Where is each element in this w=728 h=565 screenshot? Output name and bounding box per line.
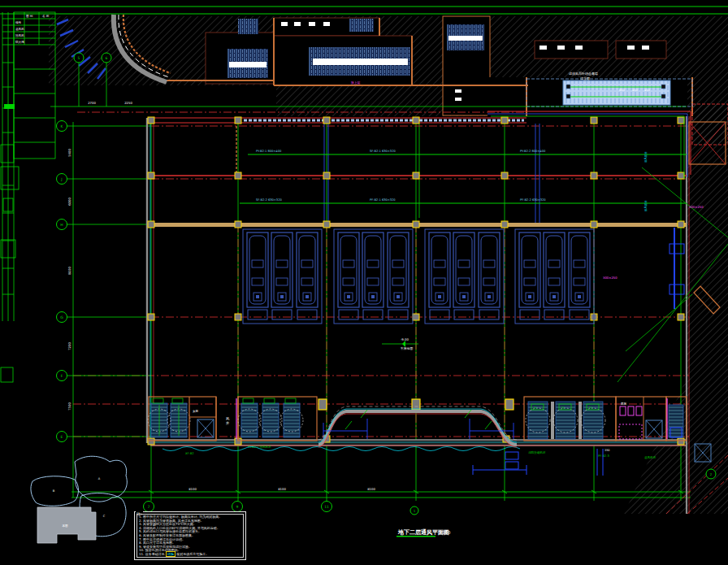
svg-text:7500: 7500 [67, 402, 72, 411]
duct-label: PY-B2-2 800×400 [520, 150, 546, 153]
louver-note: 详立面 [580, 76, 590, 80]
svg-text:2: 2 [710, 472, 713, 476]
duct-runs: PY-B2-1 800×400 SF-B2-1 630×320 PY-B2-2 … [240, 150, 687, 203]
svg-text:6: 6 [106, 56, 108, 60]
svg-text:女厕: 女厕 [193, 410, 199, 413]
svg-text:11: 11 [324, 505, 329, 509]
svg-text:XF-B2: XF-B2 [185, 452, 193, 455]
duct-label: PY-B2-1 800×400 [256, 150, 282, 153]
legend-table: 图 例 名 称 编号 送风机 排风机 防火阀 [1, 12, 55, 382]
svg-text:350: 350 [604, 449, 609, 452]
svg-text:PF-B2-3: PF-B2-3 [598, 454, 609, 458]
svg-text:650: 650 [619, 89, 626, 92]
legend-row-2: 排风机 [15, 33, 24, 37]
duct-label: SF-B2-1 630×320 [370, 150, 396, 153]
duct-label: SF-B2-2 630×320 [256, 198, 282, 202]
svg-text:2250: 2250 [124, 101, 132, 105]
svg-text:C: C [103, 515, 106, 518]
svg-text:5: 5 [78, 56, 80, 60]
svg-text:H: H [60, 223, 63, 227]
svg-text:9: 9 [236, 505, 239, 509]
svg-text:F: F [61, 374, 63, 378]
svg-text:男厕: 男厕 [621, 402, 627, 406]
svg-text:P2: P2 [561, 406, 565, 410]
svg-text:8100: 8100 [67, 267, 72, 275]
duct-label: PF-B2-1 630×320 [370, 198, 396, 202]
svg-text:6000: 6000 [67, 198, 72, 206]
svg-text:B: B [53, 489, 55, 493]
svg-text:300×250: 300×250 [689, 205, 704, 209]
svg-text:E: E [61, 435, 63, 439]
legend-col: 编号 [15, 21, 22, 24]
parking-lift-groups [243, 229, 594, 324]
drawing-title: 1 地下二层通风平面图 1:100 [396, 506, 450, 537]
svg-text:1: 1 [414, 509, 416, 513]
svg-text:排风竖井: 排风竖井 [644, 200, 648, 211]
legend-row-1: 送风机 [15, 27, 24, 31]
svg-text:P1: P1 [534, 406, 537, 410]
note-line-last: 11. 设备基础详见 结施 核对无误后方可施工。 [139, 553, 241, 557]
svg-text:J: J [60, 177, 62, 181]
drawing: 图 例 名 称 编号 送风机 排风机 防火阀 [0, 0, 728, 565]
svg-text:8100: 8100 [278, 487, 286, 491]
svg-text:8100: 8100 [188, 487, 197, 491]
legend-row-3: 防火阀 [15, 40, 24, 44]
svg-text:本图: 本图 [62, 524, 68, 528]
svg-text:-9.00: -9.00 [401, 337, 409, 341]
title-scale: 1:100 [439, 530, 450, 535]
svg-text:消防排烟机房: 消防排烟机房 [528, 450, 546, 454]
sheet-border [0, 7, 728, 14]
svg-text:450: 450 [632, 89, 639, 92]
svg-text:450: 450 [644, 89, 651, 92]
svg-text:G: G [60, 315, 63, 319]
misc-marks: 接上层 [351, 80, 361, 85]
svg-text:5400: 5400 [67, 149, 72, 157]
svg-text:接上层: 接上层 [351, 80, 361, 85]
svg-text:进风竖井: 进风竖井 [644, 151, 648, 163]
duct-label: PF-B2-2 630×320 [520, 198, 546, 202]
highlighted-ref: 结施 [166, 551, 176, 557]
svg-text:风: 风 [226, 416, 230, 420]
svg-text:A: A [98, 477, 101, 480]
svg-text:井: 井 [226, 421, 230, 425]
svg-text:送风机房: 送风机房 [644, 455, 656, 459]
svg-text:7: 7 [148, 505, 150, 509]
key-plan: A B C 本图 [31, 456, 127, 543]
legend-header-1: 图 例 [26, 15, 33, 18]
legend-header-2: 名 称 [42, 15, 50, 18]
cad-canvas[interactable]: 图 例 名 称 编号 送风机 排风机 防火阀 [0, 0, 728, 565]
svg-text:车库地面: 车库地面 [401, 346, 413, 350]
svg-text:8100: 8100 [367, 487, 375, 491]
svg-text:300×250: 300×250 [603, 276, 618, 280]
svg-text:P3: P3 [589, 406, 592, 410]
elevation-marker: -9.00 车库地面 [382, 337, 418, 350]
svg-text:7200: 7200 [67, 342, 72, 350]
notes-box: 注: 1. 图中所注尺寸均以毫米计, 标高以米计, 均为相对标高。 2. 风管标… [134, 511, 246, 560]
svg-text:2700: 2700 [88, 101, 96, 105]
